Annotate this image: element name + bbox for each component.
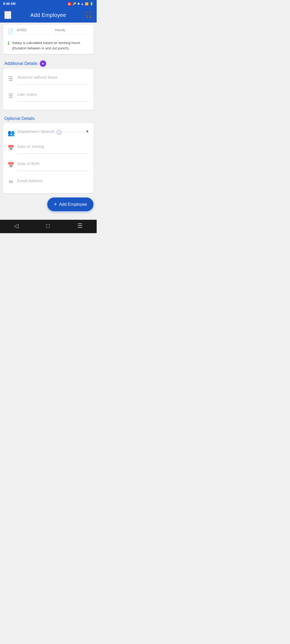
department-field[interactable]: 👥 Department / Branch ▼ bbox=[8, 127, 89, 140]
additional-details-card: ☰ Absence without leave ☰ Late notice bbox=[3, 69, 93, 110]
late-notice-field[interactable]: ☰ Late notice bbox=[8, 90, 89, 105]
add-employee-button[interactable]: + Add Employee bbox=[47, 197, 93, 211]
department-dropdown-arrow[interactable]: ▼ bbox=[85, 129, 89, 134]
optional-details-label: Optional Details bbox=[4, 116, 35, 121]
department-select-row: Department / Branch ▼ bbox=[17, 129, 89, 134]
absence-field[interactable]: ☰ Absence without leave bbox=[8, 73, 89, 88]
email-field[interactable]: ✉ Email Address bbox=[8, 177, 89, 193]
email-icon: ✉ bbox=[8, 179, 14, 185]
email-label: Email Address bbox=[17, 178, 89, 183]
date-birth-field-content: Date of Birth bbox=[17, 161, 89, 171]
department-slider-row bbox=[17, 132, 89, 132]
absence-label: Absence without leave bbox=[17, 75, 89, 79]
page-title: Add Employee bbox=[30, 12, 66, 18]
nav-bar: ◁ □ ☰ bbox=[0, 220, 97, 233]
salary-fields: (USD) Hourly bbox=[17, 28, 89, 34]
additional-details-label: Additional Details bbox=[4, 61, 38, 66]
nav-home-button[interactable]: □ bbox=[46, 222, 50, 229]
main-content: 📄 (USD) Hourly ℹ Salary is calculated ba… bbox=[0, 25, 97, 218]
date-birth-field[interactable]: 📅 Date of Birth bbox=[8, 160, 89, 175]
absence-underline bbox=[17, 84, 89, 85]
department-field-content: Department / Branch ▼ bbox=[17, 129, 89, 132]
nav-menu-button[interactable]: ☰ bbox=[77, 222, 83, 229]
date-joining-underline bbox=[17, 153, 89, 154]
info-circle-icon: ℹ bbox=[8, 40, 9, 46]
salary-usd-field[interactable]: (USD) bbox=[17, 28, 51, 34]
back-button[interactable]: ← bbox=[4, 11, 11, 19]
additional-details-section-header: Additional Details ✦ bbox=[0, 56, 97, 69]
late-notice-label: Late notice bbox=[17, 92, 89, 97]
bottom-action-bar: + Add Employee bbox=[0, 193, 97, 213]
date-birth-icon: 📅 bbox=[8, 162, 14, 168]
key-icon: 🔑 bbox=[73, 2, 76, 6]
signal-icon: ▲ bbox=[81, 2, 84, 5]
late-notice-underline bbox=[17, 101, 89, 102]
video-icon: ▶ bbox=[68, 2, 71, 6]
status-bar: 8:48 AM ▶ 🔑 ✱ ▲ 📶 🔋 bbox=[0, 0, 97, 8]
headphones-icon[interactable]: 🎧 bbox=[85, 12, 92, 19]
app-bar: ← Add Employee 🎧 bbox=[0, 8, 97, 23]
late-notice-field-content: Late notice bbox=[17, 92, 89, 102]
bluetooth-icon: ✱ bbox=[77, 2, 80, 6]
add-plus-icon: + bbox=[54, 201, 57, 207]
salary-card: 📄 (USD) Hourly ℹ Salary is calculated ba… bbox=[3, 25, 93, 54]
date-joining-label: Date of Joining bbox=[17, 144, 89, 149]
slider-thumb[interactable] bbox=[56, 130, 62, 135]
date-joining-icon: 📅 bbox=[8, 145, 14, 151]
optional-details-section-header: Optional Details bbox=[0, 112, 97, 123]
slider-track[interactable] bbox=[17, 132, 89, 132]
salary-doc-icon: 📄 bbox=[8, 28, 13, 34]
date-joining-field[interactable]: 📅 Date of Joining bbox=[8, 142, 89, 158]
wifi-icon: 📶 bbox=[85, 2, 89, 6]
date-birth-underline bbox=[17, 171, 89, 171]
department-icon: 👥 bbox=[8, 130, 14, 137]
optional-details-card: 👥 Department / Branch ▼ 📅 Date of Joinin… bbox=[3, 123, 93, 193]
salary-hourly-field[interactable]: Hourly bbox=[55, 28, 89, 34]
absence-field-content: Absence without leave bbox=[17, 75, 89, 85]
sparkle-icon: ✦ bbox=[41, 62, 44, 66]
status-icons: ▶ 🔑 ✱ ▲ 📶 🔋 bbox=[68, 2, 93, 6]
additional-details-badge: ✦ bbox=[40, 60, 46, 67]
department-label: Department / Branch bbox=[17, 129, 54, 134]
late-notice-doc-icon: ☰ bbox=[8, 93, 14, 99]
absence-doc-icon: ☰ bbox=[8, 75, 14, 82]
email-field-content: Email Address bbox=[17, 178, 89, 188]
status-time: 8:48 AM bbox=[3, 2, 16, 6]
nav-back-button[interactable]: ◁ bbox=[14, 222, 19, 229]
salary-info-text: Salary is calculated based on working ho… bbox=[12, 40, 89, 51]
date-joining-field-content: Date of Joining bbox=[17, 144, 89, 154]
battery-icon: 🔋 bbox=[90, 2, 93, 6]
date-birth-label: Date of Birth bbox=[17, 161, 89, 166]
salary-card-top: 📄 (USD) Hourly bbox=[8, 28, 89, 36]
salary-info: ℹ Salary is calculated based on working … bbox=[8, 39, 89, 51]
add-employee-button-label: Add Employee bbox=[59, 202, 87, 207]
